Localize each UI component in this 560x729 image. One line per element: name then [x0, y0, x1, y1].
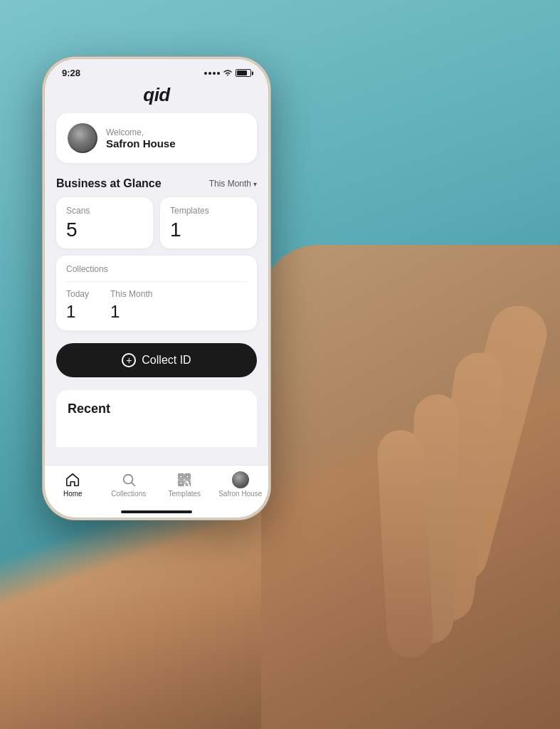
phone-frame: 9:28: [43, 57, 270, 520]
templates-card[interactable]: Templates 1: [160, 197, 257, 248]
avatar: [68, 123, 97, 153]
nav-item-profile[interactable]: Safron House: [213, 471, 269, 498]
bottom-nav: Home Collections: [45, 465, 268, 518]
collections-today-label: Today: [66, 289, 89, 299]
collections-title: Collections: [66, 264, 247, 274]
svg-rect-3: [185, 474, 190, 479]
chevron-down-icon: ▾: [253, 180, 257, 188]
collections-month-label: This Month: [110, 289, 152, 299]
period-selector[interactable]: This Month ▾: [209, 179, 257, 189]
status-icons: [204, 69, 251, 77]
profile-avatar-icon: [232, 471, 249, 488]
collect-id-button[interactable]: + Collect ID: [56, 343, 257, 377]
search-icon: [120, 471, 137, 488]
nav-item-home[interactable]: Home: [45, 471, 101, 498]
nav-item-templates[interactable]: Templates: [157, 471, 213, 498]
section-title: Business at Glance: [56, 177, 162, 190]
welcome-card: Welcome, Safron House: [56, 113, 257, 163]
app-title: qid: [143, 84, 170, 105]
recent-section: Recent: [56, 390, 257, 447]
svg-rect-1: [179, 474, 184, 479]
templates-label: Templates: [170, 206, 247, 216]
svg-rect-4: [186, 476, 189, 478]
collections-today-value: 1: [66, 302, 89, 322]
nav-label-collections: Collections: [111, 490, 146, 498]
collections-card[interactable]: Collections Today 1 This Month 1: [56, 256, 257, 330]
nav-label-home: Home: [63, 490, 83, 498]
period-label: This Month: [209, 179, 251, 189]
section-header: Business at Glance This Month ▾: [56, 177, 257, 190]
nav-label-profile: Safron House: [218, 490, 262, 498]
svg-rect-6: [180, 482, 183, 485]
home-icon: [64, 471, 81, 488]
app-content: Welcome, Safron House Business at Glance…: [45, 113, 268, 509]
wifi-icon: [223, 69, 233, 77]
collections-month: This Month 1: [110, 289, 152, 322]
nav-item-collections[interactable]: Collections: [101, 471, 157, 498]
welcome-greeting: Welcome,: [106, 127, 176, 137]
nav-label-templates: Templates: [168, 490, 201, 498]
welcome-name: Safron House: [106, 137, 176, 150]
stats-row: Scans 5 Templates 1: [56, 197, 257, 248]
scans-value: 5: [66, 220, 143, 240]
collections-month-value: 1: [110, 302, 152, 322]
collections-today: Today 1: [66, 289, 89, 322]
svg-rect-2: [180, 476, 183, 478]
collections-divider: [66, 281, 247, 282]
status-bar: 9:28: [45, 59, 268, 81]
collect-id-label: Collect ID: [142, 354, 191, 367]
scans-label: Scans: [66, 206, 143, 216]
collections-stats: Today 1 This Month 1: [66, 289, 247, 322]
qr-code-icon: [176, 471, 193, 488]
welcome-text-group: Welcome, Safron House: [106, 127, 176, 150]
scans-card[interactable]: Scans 5: [56, 197, 153, 248]
templates-value: 1: [170, 220, 247, 240]
plus-circle-icon: +: [122, 353, 136, 367]
battery-icon: [236, 69, 251, 77]
home-indicator: [121, 510, 192, 513]
svg-rect-5: [179, 481, 184, 486]
recent-title: Recent: [68, 402, 245, 416]
signal-icon: [204, 72, 220, 75]
status-time: 9:28: [62, 68, 80, 78]
